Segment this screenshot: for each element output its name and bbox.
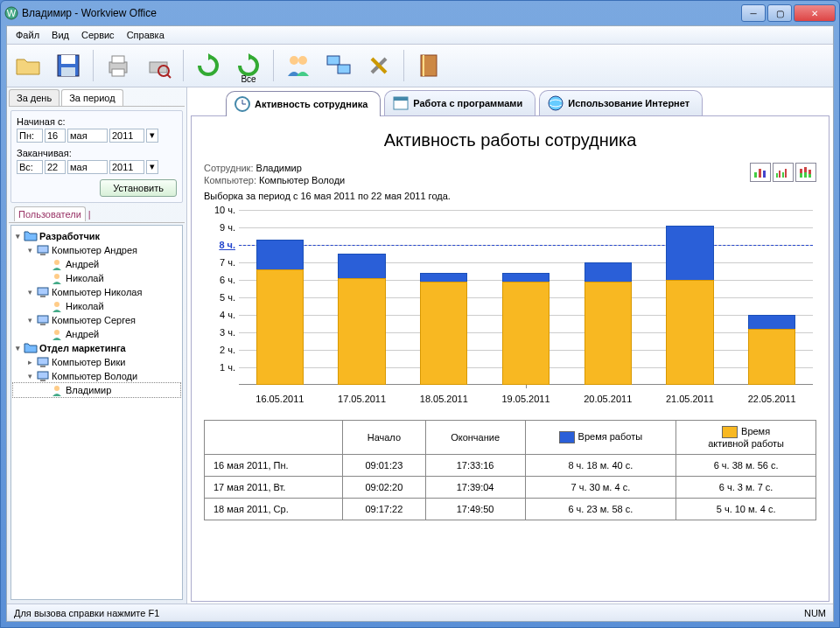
chart-type-grouped-button[interactable] — [773, 163, 794, 182]
svg-rect-7 — [112, 69, 124, 76]
svg-text:W: W — [7, 8, 17, 18]
chart-type-stacked-button[interactable] — [795, 163, 816, 182]
tab-programs[interactable]: Работа с программами — [384, 90, 536, 115]
svg-point-25 — [54, 302, 60, 307]
main-area: Активность сотрудника Работа с программа… — [187, 87, 833, 604]
svg-rect-19 — [38, 246, 48, 253]
svg-rect-20 — [40, 254, 46, 255]
status-hint: Для вызова справки нажмите F1 — [14, 608, 159, 618]
table-row: 18 мая 2011, Ср.09:17:2217:49:506 ч. 23 … — [205, 499, 816, 520]
svg-rect-31 — [38, 372, 48, 379]
col-start: Начало — [343, 421, 426, 455]
menu-help[interactable]: Справка — [122, 28, 170, 42]
blue-legend-icon — [559, 431, 575, 443]
globe-icon — [547, 94, 564, 112]
tree-item[interactable]: ▾Разработчик — [13, 229, 180, 243]
tree-item[interactable]: ▾Компьютер Андрея — [13, 243, 180, 257]
svg-rect-30 — [40, 366, 46, 367]
users-tab-header: Пользователи | — [9, 206, 185, 223]
save-button[interactable] — [51, 48, 86, 83]
users-button[interactable] — [281, 48, 316, 83]
svg-point-14 — [298, 56, 307, 65]
close-button[interactable]: ✕ — [794, 4, 836, 22]
minimize-button[interactable]: ─ — [741, 4, 766, 22]
svg-rect-4 — [61, 67, 75, 76]
computers-button[interactable] — [321, 48, 356, 83]
tree-item[interactable]: ▸Компьютер Вики — [13, 355, 180, 369]
svg-rect-23 — [38, 288, 48, 295]
table-row: 17 мая 2011, Вт.09:02:2017:39:047 ч. 30 … — [205, 477, 816, 499]
print-preview-button[interactable] — [141, 48, 176, 83]
settings-button[interactable] — [361, 48, 396, 83]
print-button[interactable] — [101, 48, 136, 83]
refresh-button[interactable] — [191, 48, 226, 83]
svg-rect-18 — [423, 55, 424, 76]
svg-rect-32 — [40, 380, 46, 381]
svg-rect-27 — [40, 324, 46, 325]
yellow-legend-icon — [722, 426, 738, 438]
svg-point-13 — [290, 56, 298, 65]
users-tree[interactable]: ▾Разработчик▾Компьютер АндреяАндрейНикол… — [10, 225, 183, 600]
start-year[interactable] — [109, 129, 144, 143]
svg-rect-42 — [763, 171, 766, 178]
menu-file[interactable]: Файл — [10, 28, 45, 42]
tree-item[interactable]: Николай — [13, 271, 180, 285]
date-panel: Начиная с: ▾ Заканчивая: ▾ — [10, 110, 183, 203]
report-title: Активность работы сотрудника — [204, 130, 816, 150]
start-month[interactable] — [67, 129, 108, 143]
col-end: Окончание — [425, 421, 525, 455]
tree-item[interactable]: ▾Компьютер Володи — [13, 369, 180, 383]
menu-view[interactable]: Вид — [46, 28, 74, 42]
tab-day[interactable]: За день — [9, 89, 60, 106]
svg-point-28 — [54, 330, 60, 335]
tree-item[interactable]: Владимир — [13, 383, 180, 397]
maximize-button[interactable]: ▢ — [767, 4, 792, 22]
tree-item[interactable]: Андрей — [13, 327, 180, 341]
help-button[interactable] — [411, 48, 446, 83]
tree-item[interactable]: Николай — [13, 299, 180, 313]
data-table: Начало Окончание Время работы Времяактив… — [204, 420, 816, 520]
svg-rect-15 — [327, 56, 340, 65]
tab-period[interactable]: За период — [61, 89, 122, 106]
apply-button[interactable]: Установить — [100, 179, 177, 197]
svg-line-10 — [167, 74, 171, 78]
computer-label: Компьютер: — [204, 175, 256, 185]
tree-item[interactable]: ▾Отдел маркетинга — [13, 341, 180, 355]
activity-chart: 1 ч.2 ч.3 ч.4 ч.5 ч.6 ч.7 ч.8 ч.9 ч.10 ч… — [204, 210, 816, 411]
end-dropdown-icon[interactable]: ▾ — [146, 160, 158, 174]
svg-rect-29 — [38, 358, 48, 365]
tree-item[interactable]: ▾Компьютер Сергея — [13, 313, 180, 327]
report-panel: Активность работы сотрудника Сотрудник: … — [191, 115, 830, 602]
svg-rect-26 — [38, 316, 48, 323]
start-date-label: Начиная с: — [17, 116, 177, 127]
tab-activity[interactable]: Активность сотрудника — [226, 91, 381, 116]
svg-rect-6 — [112, 56, 124, 63]
end-month[interactable] — [67, 160, 108, 174]
employee-value: Владимир — [256, 163, 302, 173]
chart-type-bar-button[interactable] — [750, 163, 771, 182]
start-dropdown-icon[interactable]: ▾ — [146, 129, 158, 143]
svg-rect-16 — [338, 65, 350, 73]
end-dow[interactable] — [17, 160, 43, 174]
tree-item[interactable]: ▾Компьютер Николая — [13, 285, 180, 299]
svg-rect-48 — [800, 173, 802, 178]
svg-rect-40 — [754, 172, 757, 178]
menu-service[interactable]: Сервис — [76, 28, 120, 42]
period-text: Выборка за период с 16 мая 2011 по 22 ма… — [204, 191, 816, 201]
computer-value: Компьютер Володи — [259, 175, 345, 185]
start-dow[interactable] — [17, 129, 43, 143]
end-day[interactable] — [45, 160, 66, 174]
sidebar: За день За период Начиная с: ▾ Заканчива… — [7, 87, 187, 604]
col-work: Время работы — [525, 421, 676, 455]
window-title: Владимир - Workview Office — [22, 7, 739, 19]
end-year[interactable] — [109, 160, 144, 174]
tree-item[interactable]: Андрей — [13, 257, 180, 271]
start-day[interactable] — [45, 129, 66, 143]
open-button[interactable] — [10, 48, 46, 83]
svg-rect-46 — [785, 169, 787, 178]
titlebar[interactable]: W Владимир - Workview Office ─ ▢ ✕ — [1, 1, 839, 25]
refresh-all-button[interactable]: Все — [231, 48, 266, 83]
menubar: Файл Вид Сервис Справка — [7, 26, 833, 45]
tab-internet[interactable]: Использование Интернет — [539, 90, 703, 115]
end-date-label: Заканчивая: — [17, 148, 177, 158]
